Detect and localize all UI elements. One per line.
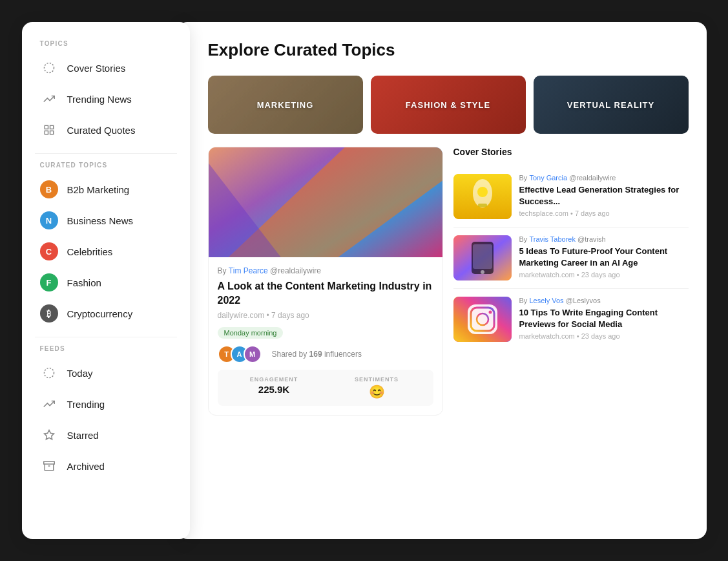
svg-point-19 xyxy=(481,270,484,274)
sentiment-emoji: 😊 xyxy=(328,384,426,399)
sidebar-item-curated-quotes[interactable]: Curated Quotes xyxy=(35,114,177,145)
cryptocurrency-avatar: ₿ xyxy=(40,304,58,323)
trending-icon xyxy=(40,395,58,413)
story-thumb-3 xyxy=(453,297,512,342)
featured-article[interactable]: By Tim Pearce @realdailywire A Look at t… xyxy=(208,147,443,416)
content-grid: By Tim Pearce @realdailywire A Look at t… xyxy=(208,147,689,416)
trending-label: Trending xyxy=(67,399,105,410)
cover-stories-title: Cover Stories xyxy=(453,147,689,157)
influencers-row: T A M Shared by 169 influencers xyxy=(218,345,433,363)
archived-icon xyxy=(40,457,58,475)
curated-quotes-label: Curated Quotes xyxy=(67,125,136,136)
svg-point-14 xyxy=(477,187,488,197)
sidebar-item-celebrities[interactable]: C Celebrities xyxy=(35,236,177,267)
sidebar-item-today[interactable]: Today xyxy=(35,357,177,388)
cover-stories-label: Cover Stories xyxy=(67,63,126,74)
topic-card-marketing[interactable]: MARKETING xyxy=(208,76,363,134)
marketing-label: MARKETING xyxy=(257,100,314,110)
sidebar-item-fashion[interactable]: F Fashion xyxy=(35,267,177,298)
sidebar-item-trending-news[interactable]: Trending News xyxy=(35,83,177,114)
story-thumb-1 xyxy=(453,174,512,219)
story-meta-3: marketwatch.com • 23 days ago xyxy=(519,332,689,340)
topic-card-fashion-style[interactable]: FASHION & STYLE xyxy=(371,76,526,134)
influencer-avatars: T A M xyxy=(218,345,256,363)
cover-stories-icon xyxy=(40,59,58,77)
story-body-3: By Lesely Vos @Leslyvos 10 Tips To Write… xyxy=(519,297,689,342)
trending-news-label: Trending News xyxy=(67,94,132,105)
svg-rect-2 xyxy=(50,125,53,129)
svg-rect-18 xyxy=(473,244,492,269)
story-meta-2: marketwatch.com • 23 days ago xyxy=(519,271,689,279)
story-body-2: By Travis Taborek @travish 5 Ideas To Fu… xyxy=(519,235,689,280)
sidebar-item-cryptocurrency[interactable]: ₿ Cryptocurrency xyxy=(35,298,177,329)
stats-row: ENGAGEMENT 225.9K SENTIMENTS 😊 xyxy=(218,370,433,406)
topic-card-virtual-reality[interactable]: VERTUAL REALITY xyxy=(534,76,689,134)
celebrities-label: Celebrities xyxy=(67,246,113,257)
sidebar-item-starred[interactable]: Starred xyxy=(35,419,177,450)
sidebar-item-b2b-marketing[interactable]: B B2b Marketing xyxy=(35,174,177,205)
avatar-3: M xyxy=(244,345,262,363)
today-label: Today xyxy=(67,368,93,379)
feeds-section-label: FEEDS xyxy=(35,345,177,352)
story-body-1: By Tony Garcia @realdailywire Effective … xyxy=(519,174,689,219)
story-title-1: Effective Lead Generation Strategies for… xyxy=(519,184,689,207)
featured-tag[interactable]: Monday morning xyxy=(218,327,284,339)
svg-rect-3 xyxy=(50,131,53,134)
cover-stories-panel: Cover Stories By Ton xyxy=(453,147,689,416)
story-author-link-1[interactable]: Tony Garcia xyxy=(529,174,567,182)
b2b-marketing-avatar: B xyxy=(40,180,58,198)
story-card-3[interactable]: By Lesely Vos @Leslyvos 10 Tips To Write… xyxy=(453,289,689,350)
svg-rect-7 xyxy=(43,461,54,464)
starred-icon xyxy=(40,426,58,444)
sentiments-label: SENTIMENTS xyxy=(328,376,426,383)
fashion-style-label: FASHION & STYLE xyxy=(406,100,490,110)
virtual-reality-label: VERTUAL REALITY xyxy=(567,100,654,110)
story-card-2[interactable]: By Travis Taborek @travish 5 Ideas To Fu… xyxy=(453,228,689,289)
featured-author: By Tim Pearce @realdailywire xyxy=(218,266,433,275)
engagement-stat: ENGAGEMENT 225.9K xyxy=(225,376,323,399)
celebrities-avatar: C xyxy=(40,242,58,260)
svg-rect-1 xyxy=(45,125,48,129)
fashion-avatar: F xyxy=(40,273,58,291)
featured-author-link[interactable]: Tim Pearce xyxy=(229,266,268,275)
engagement-value: 225.9K xyxy=(225,384,323,395)
influencers-text: Shared by 169 influencers xyxy=(272,350,362,359)
divider-1 xyxy=(35,153,177,154)
story-author-link-3[interactable]: Lesely Vos xyxy=(529,297,563,304)
sidebar-item-business-news[interactable]: N Business News xyxy=(35,205,177,236)
story-author-2: By Travis Taborek @travish xyxy=(519,235,689,243)
sidebar: TOPICS Cover Stories Trending News Curat… xyxy=(22,22,190,539)
svg-point-5 xyxy=(44,368,54,378)
divider-2 xyxy=(35,337,177,337)
business-news-label: Business News xyxy=(67,215,134,226)
featured-meta: dailywire.com • 7 days ago xyxy=(218,311,433,320)
topic-cards-row: MARKETING FASHION & STYLE VERTUAL REALIT… xyxy=(208,76,689,134)
story-card-1[interactable]: By Tony Garcia @realdailywire Effective … xyxy=(453,166,689,228)
b2b-marketing-label: B2b Marketing xyxy=(67,184,130,195)
starred-label: Starred xyxy=(67,430,99,441)
svg-marker-6 xyxy=(44,430,54,439)
sidebar-item-cover-stories[interactable]: Cover Stories xyxy=(35,52,177,83)
featured-title: A Look at the Content Marketing Industry… xyxy=(218,279,433,307)
engagement-label: ENGAGEMENT xyxy=(225,376,323,383)
page-title: Explore Curated Topics xyxy=(208,40,689,60)
featured-image xyxy=(209,147,442,257)
story-author-3: By Lesely Vos @Leslyvos xyxy=(519,297,689,304)
svg-rect-15 xyxy=(478,204,487,207)
business-news-avatar: N xyxy=(40,211,58,229)
story-meta-1: techsplace.com • 7 days ago xyxy=(519,209,689,217)
trending-news-icon xyxy=(40,90,58,108)
fashion-label: Fashion xyxy=(67,277,101,288)
sidebar-item-archived[interactable]: Archived xyxy=(35,450,177,482)
featured-body: By Tim Pearce @realdailywire A Look at t… xyxy=(209,257,442,415)
archived-label: Archived xyxy=(67,461,105,472)
main-content: Explore Curated Topics MARKETING FASHION… xyxy=(177,22,707,539)
story-title-2: 5 Ideas To Future-Proof Your Content Mar… xyxy=(519,246,689,268)
curated-section-label: CURATED TOPICS xyxy=(35,162,177,169)
story-author-link-2[interactable]: Travis Taborek xyxy=(529,235,576,243)
topics-section-label: TOPICS xyxy=(35,40,177,47)
curated-quotes-icon xyxy=(40,121,58,139)
sidebar-item-trending[interactable]: Trending xyxy=(35,388,177,419)
svg-point-0 xyxy=(44,63,54,73)
svg-rect-4 xyxy=(45,131,48,134)
